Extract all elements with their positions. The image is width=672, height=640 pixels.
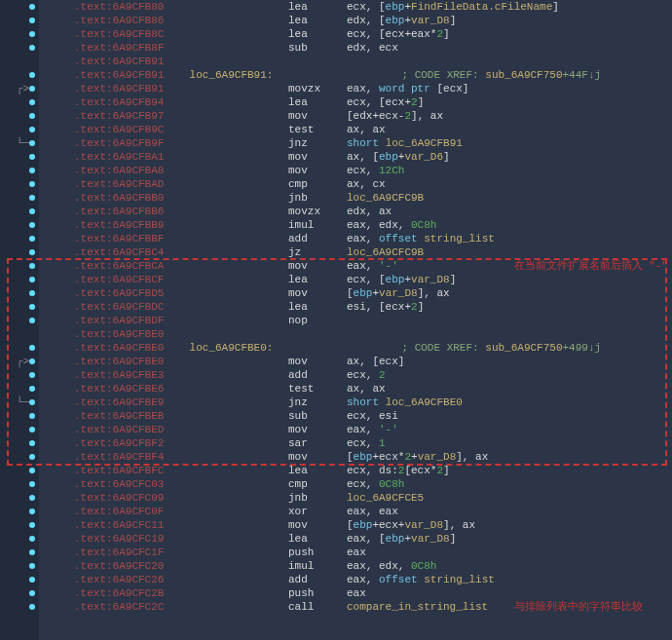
address: .text:6A9CFBF2 [74, 436, 183, 450]
code-xref: ; CODE XREF: sub_6A9CF750+44F↓j [401, 68, 601, 82]
operands: eax, '-' [347, 259, 398, 273]
mnemonic: lea [288, 300, 347, 314]
operands: loc_6A9CFCE5 [347, 491, 424, 505]
operands: ax, [ebp+var_D6] [347, 150, 450, 164]
disasm-row[interactable]: .text:6A9CFC2Bpusheax [0, 586, 672, 600]
operands: eax, edx, 0C8h [347, 559, 436, 573]
disasm-row[interactable]: .text:6A9CFC11mov[ebp+ecx+var_D8], ax [0, 518, 672, 532]
mnemonic: mov [288, 259, 347, 273]
row-gutter-icons [0, 536, 39, 542]
disasm-row[interactable]: ┌>.text:6A9CFB91movzxeax, word ptr [ecx] [0, 82, 672, 95]
disasm-row[interactable]: .text:6A9CFBCFleaecx, [ebp+var_D8] [0, 273, 672, 286]
disasm-row[interactable]: .text:6A9CFBE0 [0, 327, 672, 341]
row-gutter-icons [0, 577, 39, 583]
row-gutter-icons [0, 454, 39, 460]
disasm-row[interactable]: .text:6A9CFBF4mov[ebp+ecx*2+var_D8], ax [0, 450, 672, 464]
mnemonic: jnz [288, 395, 347, 409]
disasm-row[interactable]: .text:6A9CFB97mov[edx+ecx-2], ax [0, 109, 672, 123]
disasm-row[interactable]: └─.text:6A9CFBE9jnzshort loc_6A9CFBE0 [0, 395, 672, 409]
disasm-row[interactable]: .text:6A9CFBE3addecx, 2 [0, 368, 672, 382]
disasm-row[interactable]: .text:6A9CFBCAmoveax, '-' 在当前文件扩展名前后插入 "… [0, 259, 672, 273]
disasm-row[interactable]: .text:6A9CFB8Cleaecx, [ecx+eax*2] [0, 27, 672, 41]
operands: ecx, 1 [347, 436, 386, 450]
disasm-row[interactable]: .text:6A9CFBDCleaesi, [ecx+2] [0, 300, 672, 314]
address: .text:6A9CFB8F [74, 41, 183, 55]
disasm-row[interactable]: .text:6A9CFBB6movzxedx, ax [0, 205, 672, 218]
disasm-row[interactable]: .text:6A9CFC20imuleax, edx, 0C8h [0, 559, 672, 573]
disasm-row[interactable]: .text:6A9CFBBFaddeax, offset string_list [0, 232, 672, 245]
mnemonic: sub [288, 41, 347, 55]
row-gutter-icons [0, 522, 39, 528]
operands: ecx, 2 [347, 368, 386, 382]
disasm-row[interactable]: .text:6A9CFBA8movecx, 12Ch [0, 164, 672, 177]
row-gutter-icons: ┌> [0, 82, 39, 95]
disasm-row[interactable]: .text:6A9CFC1Fpusheax [0, 546, 672, 559]
mnemonic: mov [288, 150, 347, 164]
disasm-row[interactable]: .text:6A9CFBADcmpax, cx [0, 177, 672, 191]
disassembly-listing[interactable]: .text:6A9CFB80leaecx, [ebp+FindFileData.… [0, 0, 672, 614]
disasm-row[interactable]: .text:6A9CFC2Ccallcompare_in_string_list… [0, 600, 672, 614]
row-gutter-icons [0, 208, 39, 214]
location-label: loc_6A9CFBE0: [183, 341, 273, 355]
row-gutter-icons [0, 113, 39, 119]
operands: ecx, [ecx+eax*2] [347, 27, 450, 41]
disasm-row[interactable]: .text:6A9CFBEBsubecx, esi [0, 409, 672, 423]
disasm-row[interactable]: .text:6A9CFB80leaecx, [ebp+FindFileData.… [0, 0, 672, 14]
disasm-row[interactable]: .text:6A9CFC03cmpecx, 0C8h [0, 477, 672, 491]
row-gutter-icons [0, 413, 39, 419]
mnemonic: lea [288, 273, 347, 286]
mnemonic: mov [288, 518, 347, 532]
operands: esi, [ecx+2] [347, 300, 424, 314]
operands: eax, offset string_list [347, 573, 495, 586]
operands: edx, [ebp+var_D8] [347, 14, 456, 27]
row-gutter-icons [0, 236, 39, 242]
disasm-row[interactable]: .text:6A9CFBA1movax, [ebp+var_D6] [0, 150, 672, 164]
operands: loc_6A9CFC9B [347, 191, 424, 205]
address: .text:6A9CFBB0 [74, 191, 183, 205]
address: .text:6A9CFC03 [74, 477, 183, 491]
code-xref: ; CODE XREF: sub_6A9CF750+499↓j [401, 341, 601, 355]
row-gutter-icons [0, 345, 39, 351]
mnemonic: cmp [288, 477, 347, 491]
disasm-row[interactable]: .text:6A9CFC26addeax, offset string_list [0, 573, 672, 586]
operands: edx, ax [347, 205, 392, 218]
operands: eax, '-' [347, 423, 398, 436]
mnemonic: lea [288, 464, 347, 477]
disasm-row[interactable]: .text:6A9CFB86leaedx, [ebp+var_D8] [0, 14, 672, 27]
mnemonic: jnz [288, 136, 347, 150]
disasm-row[interactable]: .text:6A9CFBFCleaecx, ds:2[ecx*2] [0, 464, 672, 477]
address: .text:6A9CFBB9 [74, 218, 183, 232]
mnemonic: mov [288, 450, 347, 464]
disasm-row[interactable]: .text:6A9CFB91 [0, 55, 672, 68]
address: .text:6A9CFB9F [74, 136, 183, 150]
operands: [ebp+ecx+var_D8], ax [347, 518, 475, 532]
disasm-row[interactable]: .text:6A9CFBC4jzloc_6A9CFC9B [0, 245, 672, 259]
address: .text:6A9CFB94 [74, 95, 183, 109]
disasm-row[interactable]: └─.text:6A9CFB9Fjnzshort loc_6A9CFB91 [0, 136, 672, 150]
disasm-row[interactable]: .text:6A9CFB8Fsubedx, ecx [0, 41, 672, 55]
disasm-row[interactable]: .text:6A9CFB94leaecx, [ecx+2] [0, 95, 672, 109]
disasm-row[interactable]: .text:6A9CFBEDmoveax, '-' [0, 423, 672, 436]
disasm-row[interactable]: .text:6A9CFBF2sarecx, 1 [0, 436, 672, 450]
disasm-row[interactable]: ┌>.text:6A9CFBE0movax, [ecx] [0, 355, 672, 368]
disasm-row[interactable]: .text:6A9CFC19leaeax, [ebp+var_D8] [0, 532, 672, 546]
disasm-row[interactable]: .text:6A9CFB91 loc_6A9CFB91: ; CODE XREF… [0, 68, 672, 82]
address: .text:6A9CFB91 [74, 55, 183, 68]
disasm-row[interactable]: .text:6A9CFBB0jnbloc_6A9CFC9B [0, 191, 672, 205]
disasm-row[interactable]: .text:6A9CFC0Fxoreax, eax [0, 505, 672, 518]
disasm-row[interactable]: .text:6A9CFBB9imuleax, edx, 0C8h [0, 218, 672, 232]
disasm-row[interactable]: .text:6A9CFBDFnop [0, 314, 672, 327]
disasm-row[interactable]: .text:6A9CFBE0 loc_6A9CFBE0: ; CODE XREF… [0, 341, 672, 355]
address: .text:6A9CFC2C [74, 600, 183, 614]
address: .text:6A9CFB97 [74, 109, 183, 123]
row-gutter-icons: ┌> [0, 355, 39, 368]
row-gutter-icons [0, 604, 39, 610]
disasm-row[interactable]: .text:6A9CFB9Ctestax, ax [0, 123, 672, 136]
disasm-row[interactable]: .text:6A9CFBE6testax, ax [0, 382, 672, 395]
disasm-row[interactable]: .text:6A9CFC09jnbloc_6A9CFCE5 [0, 491, 672, 505]
row-gutter-icons [0, 427, 39, 433]
disasm-row[interactable]: .text:6A9CFBD5mov[ebp+var_D8], ax [0, 286, 672, 300]
row-gutter-icons [0, 277, 39, 282]
address: .text:6A9CFC2B [74, 586, 183, 600]
mnemonic: nop [288, 314, 347, 327]
